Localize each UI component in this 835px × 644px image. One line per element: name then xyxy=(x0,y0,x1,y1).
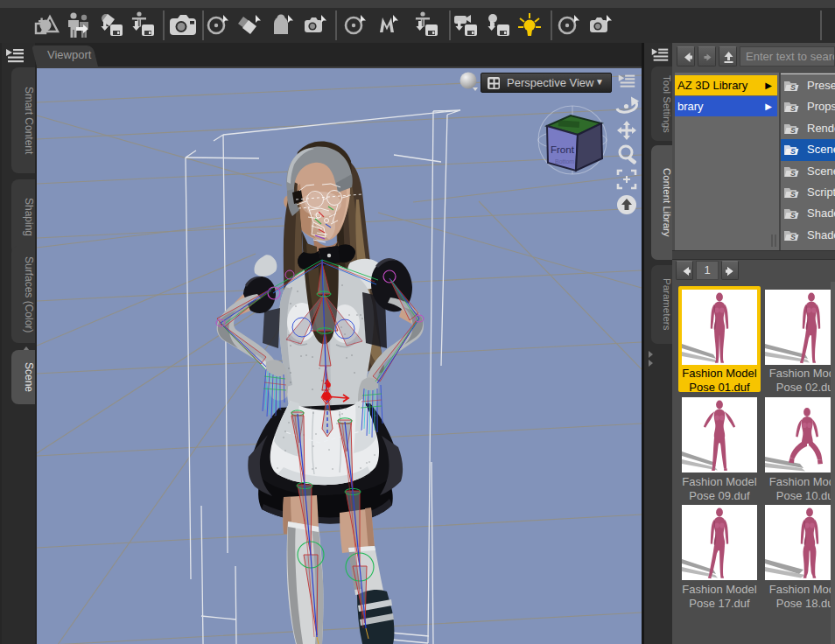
svg-text:S: S xyxy=(790,233,796,242)
svg-text:S: S xyxy=(790,126,796,135)
svg-text:S: S xyxy=(790,104,796,113)
svg-text:S: S xyxy=(790,211,796,220)
svg-text:S: S xyxy=(790,83,796,92)
svg-text:S: S xyxy=(790,169,796,178)
svg-text:S: S xyxy=(790,147,796,156)
svg-text:Bottom: Bottom xyxy=(555,158,574,164)
svg-text:S: S xyxy=(790,190,796,199)
svg-text:Front: Front xyxy=(551,144,575,155)
